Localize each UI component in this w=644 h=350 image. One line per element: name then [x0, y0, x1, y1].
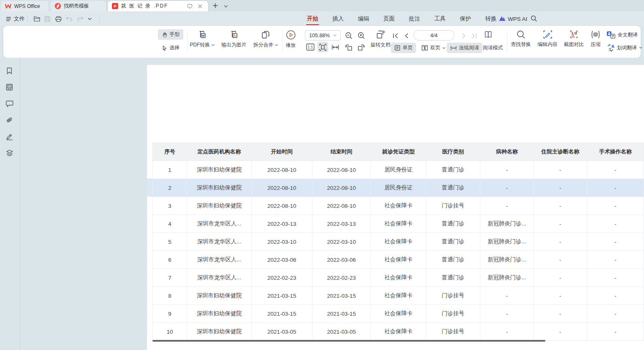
- file-menu[interactable]: 文件: [6, 14, 25, 23]
- next-page-icon[interactable]: [459, 31, 469, 40]
- ribbon-tab-开始[interactable]: 开始: [306, 12, 319, 26]
- translate-doc-icon: A: [606, 31, 616, 39]
- ribbon-tab-转换[interactable]: 转换: [484, 12, 497, 26]
- close-icon[interactable]: [196, 3, 204, 10]
- column-header: 序号: [153, 143, 187, 161]
- table-cell: 10: [153, 323, 187, 341]
- signature-pen-icon[interactable]: [5, 133, 14, 141]
- new-tab-icon[interactable]: [211, 2, 219, 9]
- chevron-down-icon[interactable]: [88, 14, 92, 23]
- table-cell: 深圳市妇幼保健院: [187, 161, 251, 179]
- word-translate-button[interactable]: 文A 划词翻译: [606, 43, 642, 53]
- single-page-button[interactable]: 单页: [391, 43, 416, 53]
- read-mode-book-icon[interactable]: [484, 30, 493, 39]
- export-image-button[interactable]: 输出为图片: [219, 30, 249, 49]
- undo-icon[interactable]: [66, 14, 73, 23]
- select-tool-label: 选择: [170, 44, 180, 51]
- table-cell: 居民身份证: [371, 179, 426, 197]
- export-image-label: 输出为图片: [221, 41, 246, 49]
- edit-content-button[interactable]: 编辑内容: [535, 30, 560, 48]
- full-translate-button[interactable]: A 全文翻译: [606, 30, 638, 40]
- select-tool-button[interactable]: 选择: [158, 43, 183, 53]
- table-cell: 2022-03-13: [251, 215, 312, 233]
- ribbon-tab-页面[interactable]: 页面: [383, 12, 396, 26]
- save-icon[interactable]: [44, 14, 51, 23]
- horizontal-scrollbar[interactable]: [152, 340, 545, 342]
- table-cell: 普通门诊: [426, 179, 480, 197]
- compare-icon: [569, 30, 579, 39]
- pdf-convert-button[interactable]: PDF转换: [186, 30, 218, 49]
- zoom-out-icon[interactable]: [344, 31, 353, 40]
- last-page-icon[interactable]: [469, 31, 479, 40]
- bookmark-icon[interactable]: [5, 67, 13, 75]
- find-replace-button[interactable]: 查找替换: [508, 30, 534, 48]
- zoom-level-select[interactable]: 105.88%: [305, 30, 341, 41]
- table-row: 2深圳市妇幼保健院2022-08-102022-08-10居民身份证普通门诊--…: [153, 179, 644, 197]
- tab-docer-template[interactable]: 找稻壳模板: [51, 1, 106, 11]
- print-icon[interactable]: [55, 14, 62, 23]
- screenshot-compare-button[interactable]: 截图对比: [561, 30, 586, 48]
- single-page-label: 单页: [403, 44, 413, 51]
- prev-page-icon[interactable]: [402, 31, 411, 40]
- table-cell: 2022-03-10: [312, 233, 371, 251]
- table-cell: -: [587, 251, 644, 269]
- file-menu-label: 文件: [14, 15, 25, 23]
- ribbon-tab-插入[interactable]: 插入: [332, 12, 345, 26]
- table-cell: -: [587, 287, 644, 305]
- cursor-icon: [162, 45, 167, 51]
- tab-label: 就 医 记 录 .PDF: [121, 3, 183, 10]
- rotate-left-icon[interactable]: [343, 42, 354, 52]
- tab-wps-office[interactable]: WPS Office: [1, 1, 48, 11]
- table-row: 5深圳市龙华区人...2022-03-102022-03-10社会保障卡普通门诊…: [153, 233, 644, 251]
- table-row: 8深圳市妇幼保健院2021-03-152021-03-15社会保障卡门诊挂号--…: [153, 287, 644, 305]
- ribbon-tab-批注[interactable]: 批注: [408, 12, 421, 26]
- search-icon[interactable]: [530, 15, 537, 22]
- fit-width-icon[interactable]: [330, 42, 341, 52]
- ribbon-tab-编辑[interactable]: 编辑: [357, 12, 370, 26]
- table-cell: -: [534, 305, 587, 323]
- redo-icon[interactable]: [77, 14, 84, 23]
- svg-text:A: A: [611, 44, 614, 49]
- tab-list-chevron-icon[interactable]: [222, 3, 230, 10]
- find-replace-label: 查找替换: [511, 41, 531, 48]
- comment-icon[interactable]: [5, 100, 13, 107]
- page-indicator-input[interactable]: 4/4: [413, 30, 454, 41]
- edit-content-label: 编辑内容: [538, 41, 558, 48]
- rotate-doc-label: 旋转文档: [370, 41, 390, 49]
- docer-logo-icon: [55, 3, 61, 9]
- compress-button[interactable]: 压缩: [586, 30, 605, 48]
- table-cell: 居民身份证: [371, 161, 426, 179]
- wps-ai-button[interactable]: WPS AI: [499, 14, 527, 23]
- table-cell: 2021-03-05: [312, 323, 371, 341]
- fit-page-icon[interactable]: [317, 42, 328, 52]
- table-cell: 2022-08-10: [312, 179, 371, 197]
- double-page-button[interactable]: 双页: [418, 43, 449, 53]
- tab-document-pdf[interactable]: P 就 医 记 录 .PDF: [108, 1, 208, 11]
- zoom-in-icon[interactable]: [357, 31, 366, 40]
- read-mode-button[interactable]: 阅读模式: [481, 43, 505, 53]
- table-cell: 门诊挂号: [426, 305, 480, 323]
- table-header-row: 序号定点医药机构名称开始时间结束时间就诊凭证类型医疗类别病种名称住院主诊断名称手…: [153, 143, 644, 161]
- rotate-right-icon[interactable]: [356, 42, 367, 52]
- thumbnail-icon[interactable]: [5, 83, 13, 91]
- medical-records-table: 序号定点医药机构名称开始时间结束时间就诊凭证类型医疗类别病种名称住院主诊断名称手…: [152, 143, 644, 341]
- table-cell: 2022-08-10: [251, 197, 312, 215]
- ribbon-tab-工具[interactable]: 工具: [434, 12, 446, 26]
- first-page-icon[interactable]: [391, 31, 400, 40]
- table-cell: 深圳市妇幼保健院: [187, 179, 251, 197]
- table-cell: 4: [153, 215, 187, 233]
- rotate-document-button[interactable]: 旋转文档: [368, 30, 393, 49]
- hand-tool-button[interactable]: 手型: [158, 29, 183, 40]
- continuous-read-button[interactable]: 连续阅读: [447, 43, 482, 53]
- play-button[interactable]: 播放: [282, 30, 299, 49]
- open-folder-icon[interactable]: [33, 14, 41, 23]
- play-icon: [286, 30, 296, 40]
- actual-size-icon[interactable]: 1:1: [305, 42, 316, 52]
- monitor-icon[interactable]: [186, 3, 193, 10]
- ribbon-tab-保护[interactable]: 保护: [459, 12, 472, 26]
- table-cell: -: [587, 179, 644, 197]
- layers-icon[interactable]: [5, 149, 14, 157]
- attachment-icon[interactable]: [5, 116, 14, 124]
- page-indicator-value: 4/4: [430, 33, 437, 38]
- split-merge-button[interactable]: 拆分合并: [251, 30, 281, 49]
